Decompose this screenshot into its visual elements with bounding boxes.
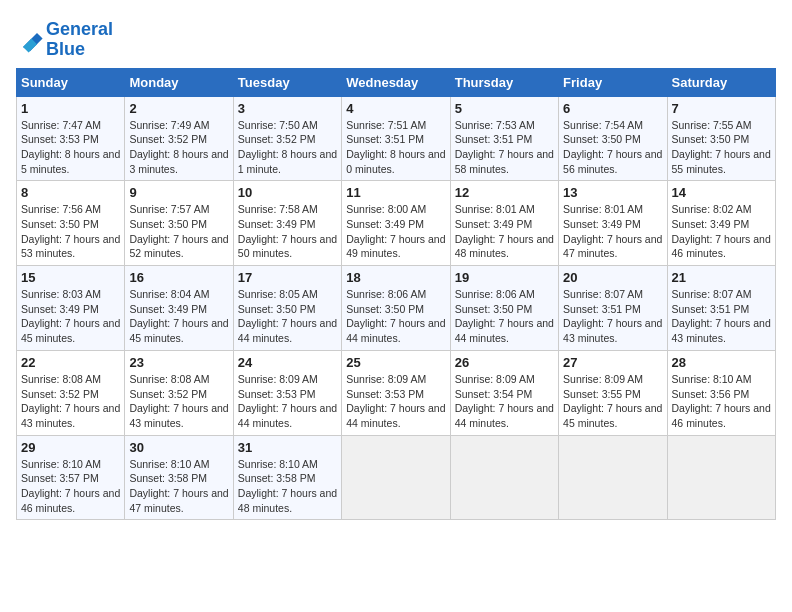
day-detail: Sunrise: 8:10 AM Sunset: 3:58 PM Dayligh… (129, 457, 228, 516)
day-number: 8 (21, 185, 120, 200)
day-number: 24 (238, 355, 337, 370)
day-number: 22 (21, 355, 120, 370)
day-detail: Sunrise: 8:08 AM Sunset: 3:52 PM Dayligh… (129, 372, 228, 431)
day-detail: Sunrise: 8:09 AM Sunset: 3:53 PM Dayligh… (238, 372, 337, 431)
day-detail: Sunrise: 8:05 AM Sunset: 3:50 PM Dayligh… (238, 287, 337, 346)
day-number: 10 (238, 185, 337, 200)
sunrise-label: Sunrise: 8:10 AM (21, 458, 101, 470)
daylight-label: Daylight: 7 hours and 56 minutes. (563, 148, 662, 175)
day-header-sunday: Sunday (17, 68, 125, 96)
sunset-label: Sunset: 3:52 PM (129, 133, 207, 145)
daylight-label: Daylight: 7 hours and 43 minutes. (563, 317, 662, 344)
sunset-label: Sunset: 3:49 PM (346, 218, 424, 230)
day-number: 25 (346, 355, 445, 370)
page-header: General Blue (16, 16, 776, 60)
day-detail: Sunrise: 7:53 AM Sunset: 3:51 PM Dayligh… (455, 118, 554, 177)
sunset-label: Sunset: 3:53 PM (21, 133, 99, 145)
calendar-cell: 22 Sunrise: 8:08 AM Sunset: 3:52 PM Dayl… (17, 350, 125, 435)
sunrise-label: Sunrise: 8:06 AM (455, 288, 535, 300)
header-row: SundayMondayTuesdayWednesdayThursdayFrid… (17, 68, 776, 96)
day-detail: Sunrise: 8:10 AM Sunset: 3:57 PM Dayligh… (21, 457, 120, 516)
calendar-cell: 7 Sunrise: 7:55 AM Sunset: 3:50 PM Dayli… (667, 96, 775, 181)
sunrise-label: Sunrise: 8:00 AM (346, 203, 426, 215)
calendar-cell: 1 Sunrise: 7:47 AM Sunset: 3:53 PM Dayli… (17, 96, 125, 181)
logo: General Blue (16, 20, 113, 60)
sunset-label: Sunset: 3:50 PM (672, 133, 750, 145)
sunset-label: Sunset: 3:49 PM (238, 218, 316, 230)
daylight-label: Daylight: 7 hours and 48 minutes. (238, 487, 337, 514)
calendar-cell: 3 Sunrise: 7:50 AM Sunset: 3:52 PM Dayli… (233, 96, 341, 181)
calendar-cell (450, 435, 558, 520)
daylight-label: Daylight: 7 hours and 43 minutes. (129, 402, 228, 429)
sunset-label: Sunset: 3:55 PM (563, 388, 641, 400)
daylight-label: Daylight: 7 hours and 45 minutes. (129, 317, 228, 344)
week-row: 8 Sunrise: 7:56 AM Sunset: 3:50 PM Dayli… (17, 181, 776, 266)
calendar-table: SundayMondayTuesdayWednesdayThursdayFrid… (16, 68, 776, 521)
day-header-wednesday: Wednesday (342, 68, 450, 96)
day-number: 2 (129, 101, 228, 116)
sunrise-label: Sunrise: 8:09 AM (238, 373, 318, 385)
daylight-label: Daylight: 7 hours and 45 minutes. (563, 402, 662, 429)
day-detail: Sunrise: 8:01 AM Sunset: 3:49 PM Dayligh… (455, 202, 554, 261)
calendar-cell: 19 Sunrise: 8:06 AM Sunset: 3:50 PM Dayl… (450, 266, 558, 351)
week-row: 29 Sunrise: 8:10 AM Sunset: 3:57 PM Dayl… (17, 435, 776, 520)
sunrise-label: Sunrise: 8:06 AM (346, 288, 426, 300)
day-number: 23 (129, 355, 228, 370)
sunrise-label: Sunrise: 8:05 AM (238, 288, 318, 300)
daylight-label: Daylight: 7 hours and 47 minutes. (563, 233, 662, 260)
sunrise-label: Sunrise: 8:07 AM (672, 288, 752, 300)
day-number: 19 (455, 270, 554, 285)
sunrise-label: Sunrise: 7:57 AM (129, 203, 209, 215)
sunrise-label: Sunrise: 8:08 AM (129, 373, 209, 385)
daylight-label: Daylight: 8 hours and 3 minutes. (129, 148, 228, 175)
day-number: 9 (129, 185, 228, 200)
sunrise-label: Sunrise: 7:55 AM (672, 119, 752, 131)
day-detail: Sunrise: 8:01 AM Sunset: 3:49 PM Dayligh… (563, 202, 662, 261)
day-detail: Sunrise: 8:02 AM Sunset: 3:49 PM Dayligh… (672, 202, 771, 261)
daylight-label: Daylight: 7 hours and 44 minutes. (346, 317, 445, 344)
week-row: 22 Sunrise: 8:08 AM Sunset: 3:52 PM Dayl… (17, 350, 776, 435)
day-detail: Sunrise: 7:50 AM Sunset: 3:52 PM Dayligh… (238, 118, 337, 177)
sunset-label: Sunset: 3:52 PM (238, 133, 316, 145)
day-number: 20 (563, 270, 662, 285)
daylight-label: Daylight: 7 hours and 47 minutes. (129, 487, 228, 514)
calendar-cell: 10 Sunrise: 7:58 AM Sunset: 3:49 PM Dayl… (233, 181, 341, 266)
day-detail: Sunrise: 8:06 AM Sunset: 3:50 PM Dayligh… (455, 287, 554, 346)
daylight-label: Daylight: 7 hours and 45 minutes. (21, 317, 120, 344)
sunset-label: Sunset: 3:54 PM (455, 388, 533, 400)
day-detail: Sunrise: 7:55 AM Sunset: 3:50 PM Dayligh… (672, 118, 771, 177)
calendar-cell: 27 Sunrise: 8:09 AM Sunset: 3:55 PM Dayl… (559, 350, 667, 435)
calendar-cell: 16 Sunrise: 8:04 AM Sunset: 3:49 PM Dayl… (125, 266, 233, 351)
daylight-label: Daylight: 7 hours and 55 minutes. (672, 148, 771, 175)
day-detail: Sunrise: 7:54 AM Sunset: 3:50 PM Dayligh… (563, 118, 662, 177)
day-number: 12 (455, 185, 554, 200)
daylight-label: Daylight: 7 hours and 44 minutes. (238, 317, 337, 344)
sunrise-label: Sunrise: 7:56 AM (21, 203, 101, 215)
daylight-label: Daylight: 8 hours and 5 minutes. (21, 148, 120, 175)
sunrise-label: Sunrise: 7:51 AM (346, 119, 426, 131)
sunrise-label: Sunrise: 8:02 AM (672, 203, 752, 215)
calendar-cell (342, 435, 450, 520)
sunset-label: Sunset: 3:56 PM (672, 388, 750, 400)
daylight-label: Daylight: 7 hours and 46 minutes. (21, 487, 120, 514)
calendar-cell: 9 Sunrise: 7:57 AM Sunset: 3:50 PM Dayli… (125, 181, 233, 266)
day-detail: Sunrise: 8:09 AM Sunset: 3:54 PM Dayligh… (455, 372, 554, 431)
sunset-label: Sunset: 3:51 PM (563, 303, 641, 315)
day-number: 13 (563, 185, 662, 200)
daylight-label: Daylight: 7 hours and 53 minutes. (21, 233, 120, 260)
calendar-cell: 29 Sunrise: 8:10 AM Sunset: 3:57 PM Dayl… (17, 435, 125, 520)
daylight-label: Daylight: 7 hours and 46 minutes. (672, 402, 771, 429)
calendar-cell: 12 Sunrise: 8:01 AM Sunset: 3:49 PM Dayl… (450, 181, 558, 266)
calendar-cell: 17 Sunrise: 8:05 AM Sunset: 3:50 PM Dayl… (233, 266, 341, 351)
sunrise-label: Sunrise: 8:08 AM (21, 373, 101, 385)
sunset-label: Sunset: 3:51 PM (672, 303, 750, 315)
day-number: 11 (346, 185, 445, 200)
calendar-cell: 5 Sunrise: 7:53 AM Sunset: 3:51 PM Dayli… (450, 96, 558, 181)
day-detail: Sunrise: 7:51 AM Sunset: 3:51 PM Dayligh… (346, 118, 445, 177)
day-detail: Sunrise: 8:08 AM Sunset: 3:52 PM Dayligh… (21, 372, 120, 431)
sunset-label: Sunset: 3:50 PM (129, 218, 207, 230)
sunrise-label: Sunrise: 8:07 AM (563, 288, 643, 300)
daylight-label: Daylight: 7 hours and 49 minutes. (346, 233, 445, 260)
day-detail: Sunrise: 8:10 AM Sunset: 3:58 PM Dayligh… (238, 457, 337, 516)
sunset-label: Sunset: 3:51 PM (455, 133, 533, 145)
